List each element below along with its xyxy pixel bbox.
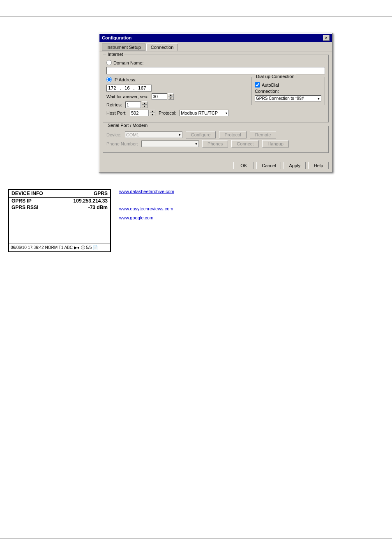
remote-button[interactable]: Remote (250, 131, 277, 138)
phone-number-select-wrap (141, 140, 199, 147)
gprs-ip-label: GPRS IP (12, 198, 32, 204)
wait-down-button[interactable]: ▼ (168, 97, 174, 100)
domain-name-row: Domain Name: (106, 60, 325, 65)
protocol-label: Protocol: (159, 111, 176, 115)
protocol-select[interactable]: Modbus RTU/TCP Modbus TCP (180, 110, 229, 116)
device-info-header-right: GPRS (94, 191, 108, 196)
phones-button[interactable]: Phones (202, 140, 228, 147)
ip-address-input[interactable] (106, 85, 152, 92)
page-border-top (0, 16, 392, 17)
help-button[interactable]: Help (308, 162, 329, 169)
protocol-button[interactable]: Protocol (219, 131, 246, 138)
right-text-area: www.datasheetarchive.com www.easytechrev… (119, 181, 174, 220)
tab-instrument-setup[interactable]: Instrument Setup (102, 44, 145, 51)
gprs-ip-value: 109.253.214.33 (74, 198, 108, 204)
device-info-spacer (9, 211, 110, 231)
domain-name-label: Domain Name: (113, 60, 143, 65)
link2[interactable]: www.easytechreviews.com (119, 206, 173, 211)
phone-number-row: Phone Number: Phones Connect Hangup (106, 140, 325, 147)
wait-row: Wait for answer, sec: ▲ ▼ (106, 93, 244, 100)
ip-address-row: IP Address: (106, 77, 244, 82)
internet-left: IP Address: Wait for answer, sec: (106, 77, 244, 119)
wait-input[interactable] (152, 93, 167, 100)
gprs-ip-row: GPRS IP 109.253.214.33 (9, 198, 110, 204)
retries-up-button[interactable]: ▲ (142, 101, 148, 105)
device-info-panel: DEVICE INFO GPRS GPRS IP 109.253.214.33 … (8, 189, 111, 252)
dialog-footer: OK Cancel Apply Help (99, 159, 332, 172)
host-port-input[interactable] (130, 110, 149, 116)
host-port-spinner-buttons: ▲ ▼ (150, 110, 155, 116)
phone-number-label: Phone Number: (106, 141, 138, 146)
apply-button[interactable]: Apply (284, 162, 306, 169)
gprs-rssi-label: GPRS RSSI (12, 205, 38, 210)
internet-right: Dial-up Connection AutoDial Connection: (251, 77, 325, 119)
wait-spinner: ▲ ▼ (152, 93, 174, 100)
retries-label: Retries: (106, 102, 122, 107)
device-row: Device: COM1 COM2 COM3 Configure Protoco… (106, 131, 325, 138)
connection-label: Connection: (255, 89, 279, 94)
phone-number-select[interactable] (141, 140, 199, 147)
device-info-header-left: DEVICE INFO (12, 191, 43, 196)
domain-radio[interactable] (106, 60, 112, 65)
configuration-dialog: Configuration × Instrument Setup Connect… (99, 33, 333, 173)
internet-groupbox: Internet Domain Name: (103, 55, 329, 122)
wait-up-button[interactable]: ▲ (168, 93, 174, 97)
dialup-groupbox: Dial-up Connection AutoDial Connection: (251, 77, 325, 105)
device-info-header: DEVICE INFO GPRS (9, 190, 110, 198)
tab-connection[interactable]: Connection (146, 44, 178, 51)
retries-spinner-buttons: ▲ ▼ (142, 101, 148, 108)
host-port-spinner: ▲ ▼ (130, 110, 155, 116)
page-border-bottom (0, 538, 392, 539)
host-port-label: Host Port: (106, 111, 127, 115)
gprs-rssi-value: -73 dBm (88, 205, 108, 210)
serial-group-label: Serial Port / Modem (106, 123, 149, 128)
domain-name-input[interactable] (106, 67, 325, 74)
close-button[interactable]: × (323, 35, 330, 41)
connect-button[interactable]: Connect (231, 140, 259, 147)
dialog-tabs: Instrument Setup Connection (99, 42, 332, 51)
cancel-button[interactable]: Cancel (256, 162, 281, 169)
internet-main: IP Address: Wait for answer, sec: (106, 77, 325, 119)
device-info-footer-text: 06/06/10 17:36:42 NORM T1 ABC ▶● ⓘ 5/5 📄 (11, 245, 98, 251)
device-select[interactable]: COM1 COM2 COM3 (125, 131, 182, 138)
dialup-group-label: Dial-up Connection (255, 74, 296, 79)
wait-label: Wait for answer, sec: (106, 94, 148, 99)
link3[interactable]: www.google.com (119, 215, 153, 220)
host-port-row: Host Port: ▲ ▼ Protocol: (106, 110, 244, 116)
autodial-label: AutoDial (262, 83, 279, 88)
device-select-wrap: COM1 COM2 COM3 (125, 131, 182, 138)
connection-select-wrap: GPRS Connection to *99# (255, 95, 321, 101)
configure-button[interactable]: Configure (186, 131, 216, 138)
device-label: Device: (106, 132, 122, 137)
ip-input-row (106, 85, 244, 92)
retries-down-button[interactable]: ▼ (142, 105, 148, 108)
dialog-title: Configuration (102, 35, 131, 40)
gprs-rssi-row: GPRS RSSI -73 dBm (9, 204, 110, 211)
host-port-up-button[interactable]: ▲ (150, 110, 155, 113)
ip-radio[interactable] (106, 77, 112, 82)
connection-select[interactable]: GPRS Connection to *99# (255, 95, 321, 101)
wait-spinner-buttons: ▲ ▼ (168, 93, 174, 100)
hangup-button[interactable]: Hangup (262, 140, 289, 147)
protocol-select-wrap: Modbus RTU/TCP Modbus TCP (180, 110, 229, 116)
dialog-body: Internet Domain Name: (99, 51, 332, 159)
retries-spinner: ▲ ▼ (125, 101, 148, 108)
ok-button[interactable]: OK (233, 162, 254, 169)
retries-row: Retries: ▲ ▼ (106, 101, 244, 108)
internet-group-label: Internet (106, 52, 124, 57)
host-port-down-button[interactable]: ▼ (150, 113, 155, 116)
autodial-row: AutoDial (255, 82, 321, 88)
dialog-titlebar: Configuration × (99, 34, 332, 42)
ip-address-label: IP Address: (113, 77, 136, 82)
connection-label-row: Connection: (255, 89, 321, 94)
device-info-footer: 06/06/10 17:36:42 NORM T1 ABC ▶● ⓘ 5/5 📄 (9, 244, 110, 251)
retries-input[interactable] (125, 101, 141, 108)
link1[interactable]: www.datasheetarchive.com (119, 189, 174, 194)
autodial-checkbox[interactable] (255, 82, 260, 88)
serial-port-groupbox: Serial Port / Modem Device: COM1 COM2 CO… (103, 126, 329, 153)
